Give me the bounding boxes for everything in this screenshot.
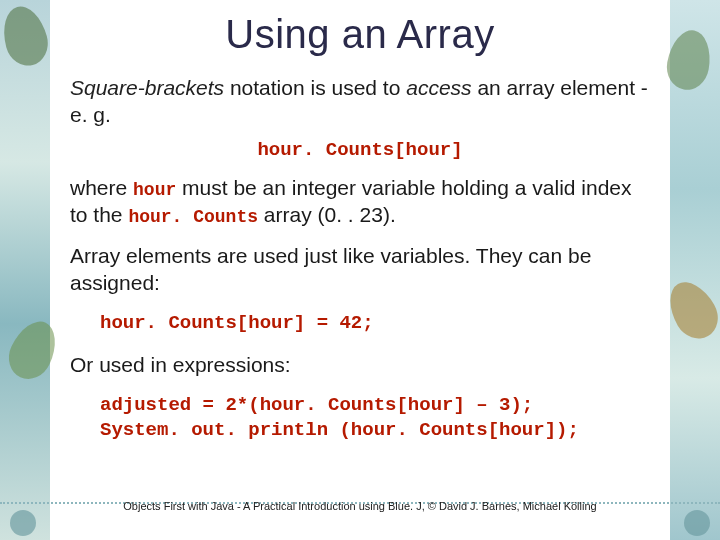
code-inline-hour: hour <box>133 180 176 200</box>
text: notation is used to <box>224 76 406 99</box>
slide-content: Using an Array Square-brackets notation … <box>0 0 720 540</box>
code-example-expr-1: adjusted = 2*(hour. Counts[hour] – 3); <box>100 393 650 418</box>
code-text: hour. Counts[hour] <box>257 139 462 161</box>
text: array (0. . 23). <box>258 203 396 226</box>
text: where <box>70 176 133 199</box>
code-example-access: hour. Counts[hour] <box>70 139 650 161</box>
emphasis-square-brackets: Square-brackets <box>70 76 224 99</box>
slide-footer: Objects First with Java - A Practical In… <box>0 500 720 512</box>
code-example-assign: hour. Counts[hour] = 42; <box>100 311 650 336</box>
code-inline-hourcounts: hour. Counts <box>128 207 258 227</box>
slide-title: Using an Array <box>70 12 650 57</box>
paragraph-where: where hour must be an integer variable h… <box>70 175 650 229</box>
paragraph-intro: Square-brackets notation is used to acce… <box>70 75 650 129</box>
paragraph-assigned: Array elements are used just like variab… <box>70 243 650 297</box>
emphasis-access: access <box>406 76 471 99</box>
code-example-expr-2: System. out. println (hour. Counts[hour]… <box>100 418 650 443</box>
slide-body: Square-brackets notation is used to acce… <box>70 75 650 443</box>
paragraph-expressions: Or used in expressions: <box>70 352 650 379</box>
